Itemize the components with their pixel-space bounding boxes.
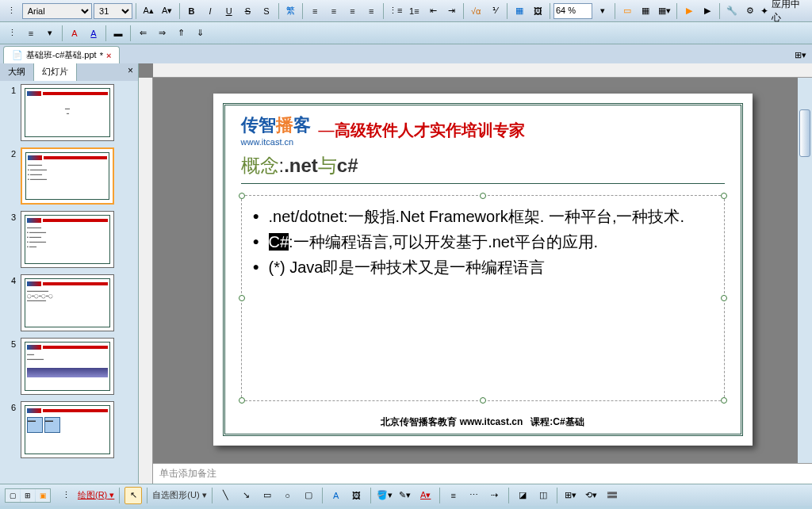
thumbnail-item[interactable]: 2 ━━━━━━• ━━━━━━━• ━━━━━• ━━━━━━━ <box>3 147 135 205</box>
font-size-select[interactable]: 31 <box>94 3 132 19</box>
sorter-view-button[interactable]: ⊞ <box>21 489 35 502</box>
tool1-button[interactable]: 🔧 <box>723 2 741 20</box>
align-justify-button[interactable]: ≡ <box>362 2 380 20</box>
rotate-tool[interactable]: ⟲▾ <box>583 487 600 504</box>
slide-canvas[interactable]: 传智播客 www.itcast.cn —高级软件人才实作培训专家 概念:.net… <box>153 78 812 463</box>
shadow-tool[interactable]: ◪ <box>514 487 531 504</box>
trad-button[interactable]: 繁 <box>282 2 300 20</box>
font-color-button[interactable]: A <box>85 25 102 42</box>
resize-handle[interactable] <box>480 193 486 199</box>
fill-color-tool[interactable]: 🪣▾ <box>376 487 393 504</box>
doc-nav-button[interactable]: ⊞▾ <box>791 46 809 63</box>
dash-style-tool[interactable]: ⋯ <box>465 487 483 504</box>
slide-panel: 大纲 幻灯片 × 1 ━━━ 2 ━━━━━━• ━━━━━━━• ━━━━━•… <box>0 63 139 484</box>
arrow-style-tool[interactable]: ⇢ <box>486 487 504 504</box>
notes-pane[interactable]: 单击添加备注 <box>153 463 812 484</box>
oval-tool[interactable]: ○ <box>279 487 297 504</box>
layout-button[interactable]: ▦ <box>637 2 654 20</box>
resize-handle[interactable] <box>239 295 245 301</box>
resize-handle[interactable] <box>480 397 486 404</box>
app-center[interactable]: ✦ 应用中心 <box>760 0 809 25</box>
ruler-horizontal[interactable] <box>153 63 812 78</box>
slideshow-button[interactable]: ▶ <box>680 2 698 20</box>
thumbnail-item[interactable]: 6 ▬▬▬▬ <box>3 401 135 458</box>
highlight-button[interactable]: A <box>66 25 83 42</box>
slide: 传智播客 www.itcast.cn —高级软件人才实作培训专家 概念:.net… <box>213 94 753 446</box>
align-center-button[interactable]: ≡ <box>325 2 343 20</box>
app-center-label: 应用中心 <box>772 0 809 25</box>
strike-button[interactable]: S <box>239 2 256 20</box>
autoshape-menu[interactable]: 自选图形(U) ▾ <box>152 489 206 501</box>
thumbnail-item[interactable]: 4 ━━━━━━━━━◯━◯━◯━◯━━━━━━━━ <box>3 274 135 331</box>
font-color-tool[interactable]: A▾ <box>417 487 435 504</box>
slide-title[interactable]: 概念:.net与c# <box>241 153 725 178</box>
indent-inc-button[interactable]: ⇥ <box>443 2 461 20</box>
line-weight-tool[interactable]: ≡ <box>445 487 462 504</box>
from-current-button[interactable]: ▶ <box>699 2 716 20</box>
indent-dec-button[interactable]: ⇤ <box>424 2 442 20</box>
tab-outline[interactable]: 大纲 <box>0 63 34 81</box>
underline-button[interactable]: U <box>220 2 238 20</box>
thumbnail-item[interactable]: 3 ━━━━━━• ━━━━━━━• ━━━━━• ━━━━━━━• ━━━ <box>3 211 135 268</box>
thumbnail-item[interactable]: 1 ━━━ <box>3 84 135 141</box>
content-textbox[interactable]: .net/dotnet:一般指.Net Framework框架. 一种平台,一种… <box>241 195 725 401</box>
slideshow-view-button[interactable]: ▣ <box>36 489 50 502</box>
insert-pic-tool[interactable]: 🖼 <box>348 487 366 504</box>
bold-button[interactable]: B <box>183 2 201 20</box>
ruler-vertical[interactable] <box>139 78 153 484</box>
arrow-tool[interactable]: ↘ <box>238 487 255 504</box>
tab-slides[interactable]: 幻灯片 <box>34 63 77 81</box>
line-spacing-button[interactable]: ≡ <box>22 25 40 42</box>
formula-sqrt-icon[interactable]: √α <box>467 2 485 20</box>
resize-handle[interactable] <box>239 397 245 404</box>
italic-button[interactable]: I <box>201 2 219 20</box>
align-tool[interactable]: ⊞▾ <box>562 487 580 504</box>
file-tab[interactable]: 📄 基础班-c#基础.ppt * × <box>3 46 120 63</box>
scroll-thumb[interactable] <box>799 109 810 157</box>
close-icon[interactable]: × <box>106 51 111 60</box>
3d-tool[interactable]: ◫ <box>534 487 552 504</box>
design-button[interactable]: ▦▾ <box>656 2 673 20</box>
outline-up-button[interactable]: ⇑ <box>172 25 190 42</box>
numbering-button[interactable]: 1≡ <box>406 2 423 20</box>
shadow-button[interactable]: S <box>258 2 275 20</box>
resize-handle[interactable] <box>721 397 727 404</box>
rect-tool[interactable]: ▭ <box>259 487 276 504</box>
bg-color-button[interactable]: ▬ <box>109 25 127 42</box>
picture-button[interactable]: 🖼 <box>529 2 546 20</box>
spacing-dropdown[interactable]: ▾ <box>41 25 59 42</box>
outline-down-button[interactable]: ⇓ <box>191 25 209 42</box>
align-left-button[interactable]: ≡ <box>306 2 324 20</box>
line-color-tool[interactable]: ✎▾ <box>396 487 414 504</box>
logo: 传智播客 www.itcast.cn <box>241 113 311 147</box>
outline-demote-button[interactable]: ⇒ <box>153 25 170 42</box>
formula-frac-icon[interactable]: ⅟ <box>486 2 504 20</box>
zoom-dropdown-icon[interactable]: ▾ <box>594 2 611 20</box>
draw-menu[interactable]: 绘图(R) ▾ <box>78 489 114 501</box>
line-tool[interactable]: ╲ <box>217 487 235 504</box>
outline-promote-button[interactable]: ⇐ <box>134 25 151 42</box>
new-slide-button[interactable]: ▭ <box>619 2 636 20</box>
font-decrease-button[interactable]: A▾ <box>159 2 176 20</box>
normal-view-button[interactable]: ▢ <box>6 489 20 502</box>
tool2-button[interactable]: ⚙ <box>742 2 760 20</box>
resize-handle[interactable] <box>721 193 727 199</box>
textbox-tool[interactable]: ▢ <box>300 487 317 504</box>
equal-tool[interactable]: 🟰 <box>603 487 621 504</box>
resize-handle[interactable] <box>721 295 727 301</box>
select-tool[interactable]: ↖ <box>124 487 142 504</box>
bullet-item[interactable]: (*) Java即是一种技术又是一种编程语言 <box>253 254 713 280</box>
panel-close-icon[interactable]: × <box>123 63 138 81</box>
table-button[interactable]: ▦ <box>511 2 528 20</box>
bullet-item[interactable]: C#:一种编程语言,可以开发基于.net平台的应用. <box>253 229 713 254</box>
align-right-button[interactable]: ≡ <box>344 2 362 20</box>
font-name-select[interactable]: Arial <box>22 3 92 19</box>
resize-handle[interactable] <box>239 193 245 199</box>
thumbnail-item[interactable]: 5 ━━━━━━━━━━ <box>3 338 135 395</box>
scrollbar-vertical[interactable] <box>798 78 812 463</box>
font-increase-button[interactable]: A▴ <box>140 2 157 20</box>
bullets-button[interactable]: ⋮≡ <box>387 2 404 20</box>
bullet-item[interactable]: .net/dotnet:一般指.Net Framework框架. 一种平台,一种… <box>253 204 713 229</box>
wordart-tool[interactable]: A <box>327 487 345 504</box>
zoom-input[interactable]: 64 % <box>553 3 592 19</box>
